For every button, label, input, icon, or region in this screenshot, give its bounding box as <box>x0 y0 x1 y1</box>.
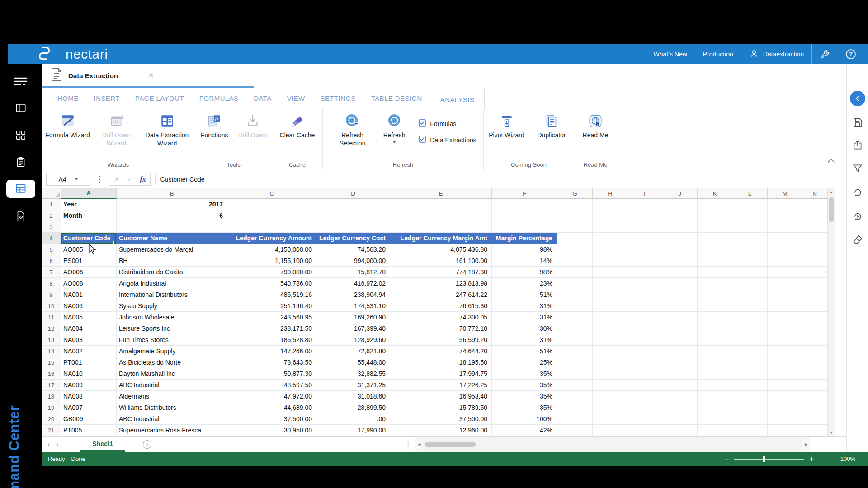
cell-C17[interactable]: 48,597.50 <box>227 380 316 391</box>
cell-B6[interactable]: BH <box>117 255 227 267</box>
cell-K5[interactable] <box>698 244 732 255</box>
tab-view[interactable]: VIEW <box>279 89 313 108</box>
cell-D2[interactable] <box>316 210 390 221</box>
cell-F2[interactable] <box>492 210 557 221</box>
cell-L17[interactable] <box>732 380 768 391</box>
cell-N20[interactable] <box>802 413 827 425</box>
cell-G4[interactable] <box>557 233 593 244</box>
cell-M6[interactable] <box>768 255 802 267</box>
sheet-tab-sheet1[interactable]: Sheet1 <box>80 437 125 452</box>
cell-A10[interactable]: NA006 <box>61 300 117 312</box>
cell-I11[interactable] <box>627 312 662 323</box>
cell-I15[interactable] <box>627 357 662 368</box>
cell-K1[interactable] <box>698 199 732 210</box>
cell-C2[interactable] <box>227 210 316 221</box>
cell-C20[interactable]: 37,500.00 <box>227 413 316 425</box>
cell-F3[interactable] <box>492 221 557 233</box>
cell-G17[interactable] <box>557 380 593 391</box>
cell-E14[interactable]: 74,644.20 <box>390 346 492 357</box>
cell-J17[interactable] <box>662 380 698 391</box>
cell-B15[interactable]: As Bicicletas do Norte <box>117 357 227 368</box>
cell-N17[interactable] <box>802 380 827 391</box>
refresh-dropdown-caret[interactable] <box>392 141 396 143</box>
column-header-F[interactable]: F <box>492 188 557 199</box>
cell-K19[interactable] <box>698 402 732 413</box>
cell-F16[interactable]: 35% <box>492 368 557 380</box>
cell-J7[interactable] <box>662 267 698 278</box>
cell-B1[interactable]: 2017 <box>117 199 227 210</box>
horizontal-scrollbar[interactable]: ◀ ▶ <box>415 437 810 452</box>
user-menu[interactable]: Dataextraction <box>741 44 811 64</box>
cell-C11[interactable]: 243,560.95 <box>227 312 316 323</box>
cell-A8[interactable]: AO008 <box>61 278 117 289</box>
cell-B2[interactable]: 6 <box>117 210 227 221</box>
fx-icon[interactable]: fx <box>140 175 146 183</box>
cell-D17[interactable]: 31,371.25 <box>316 380 390 391</box>
cell-C3[interactable] <box>227 221 316 233</box>
cell-B12[interactable]: Leisure Sports Inc <box>117 323 227 334</box>
cell-N5[interactable] <box>802 244 827 255</box>
collapse-panel-icon[interactable] <box>850 91 865 106</box>
row-header-16[interactable]: 16 <box>42 368 61 380</box>
cell-H8[interactable] <box>593 278 627 289</box>
cell-M17[interactable] <box>768 380 802 391</box>
cell-H13[interactable] <box>593 334 627 346</box>
cell-N3[interactable] <box>802 221 827 233</box>
cell-J5[interactable] <box>662 244 698 255</box>
cell-I14[interactable] <box>627 346 662 357</box>
formula-input[interactable]: Customer Code <box>160 176 204 183</box>
cell-M9[interactable] <box>768 289 802 300</box>
cell-A19[interactable]: NA007 <box>61 402 117 413</box>
drill-down-button[interactable]: Drill Down <box>235 113 271 139</box>
cell-E6[interactable]: 161,100.00 <box>390 255 492 267</box>
cell-D18[interactable]: 31,018.60 <box>316 391 390 402</box>
cell-H4[interactable] <box>593 233 627 244</box>
horizontal-scroll-track[interactable] <box>423 437 802 452</box>
cell-J13[interactable] <box>662 334 698 346</box>
cell-C4[interactable]: Ledger Currency Amount <box>227 233 316 244</box>
row-header-10[interactable]: 10 <box>42 300 61 312</box>
zoom-slider-thumb[interactable] <box>763 456 765 462</box>
cell-G14[interactable] <box>557 346 593 357</box>
cell-B18[interactable]: Aldermans <box>117 391 227 402</box>
cell-E2[interactable] <box>390 210 492 221</box>
cell-C6[interactable]: 1,155,100.00 <box>227 255 316 267</box>
cell-H7[interactable] <box>593 267 627 278</box>
cell-D20[interactable]: .00 <box>316 413 390 425</box>
cell-M11[interactable] <box>768 312 802 323</box>
cell-G2[interactable] <box>557 210 593 221</box>
row-header-8[interactable]: 8 <box>42 278 61 289</box>
cell-C12[interactable]: 238,171.50 <box>227 323 316 334</box>
cell-L16[interactable] <box>732 368 768 380</box>
cell-F18[interactable]: 35% <box>492 391 557 402</box>
cell-G15[interactable] <box>557 357 593 368</box>
close-icon[interactable]: ✕ <box>148 71 154 80</box>
cell-A5[interactable]: AO005 <box>61 244 117 255</box>
cell-I6[interactable] <box>627 255 662 267</box>
cell-J19[interactable] <box>662 402 698 413</box>
vertical-scrollbar[interactable]: ▲ ▼ <box>827 188 835 436</box>
cell-D11[interactable]: 169,260.90 <box>316 312 390 323</box>
cell-M10[interactable] <box>768 300 802 312</box>
confirm-icon[interactable]: ✓ <box>127 175 133 183</box>
help-button[interactable]: ? <box>838 44 868 64</box>
cell-I3[interactable] <box>627 221 662 233</box>
cell-N21[interactable] <box>802 425 827 436</box>
cell-F1[interactable] <box>492 199 557 210</box>
cell-H19[interactable] <box>593 402 627 413</box>
cell-E11[interactable]: 74,300.05 <box>390 312 492 323</box>
cell-L14[interactable] <box>732 346 768 357</box>
cell-C9[interactable]: 486,519.16 <box>227 289 316 300</box>
tab-table-design[interactable]: TABLE DESIGN <box>363 89 430 108</box>
cell-I2[interactable] <box>627 210 662 221</box>
column-header-L[interactable]: L <box>732 188 768 199</box>
tab-home[interactable]: HOME <box>50 89 86 108</box>
cell-N1[interactable] <box>802 199 827 210</box>
formula-wizard-button[interactable]: Formula Wizard <box>45 113 90 139</box>
cell-I5[interactable] <box>627 244 662 255</box>
cell-F6[interactable]: 14% <box>492 255 557 267</box>
cell-M7[interactable] <box>768 267 802 278</box>
row-header-7[interactable]: 7 <box>42 267 61 278</box>
cell-J14[interactable] <box>662 346 698 357</box>
cell-L13[interactable] <box>732 334 768 346</box>
